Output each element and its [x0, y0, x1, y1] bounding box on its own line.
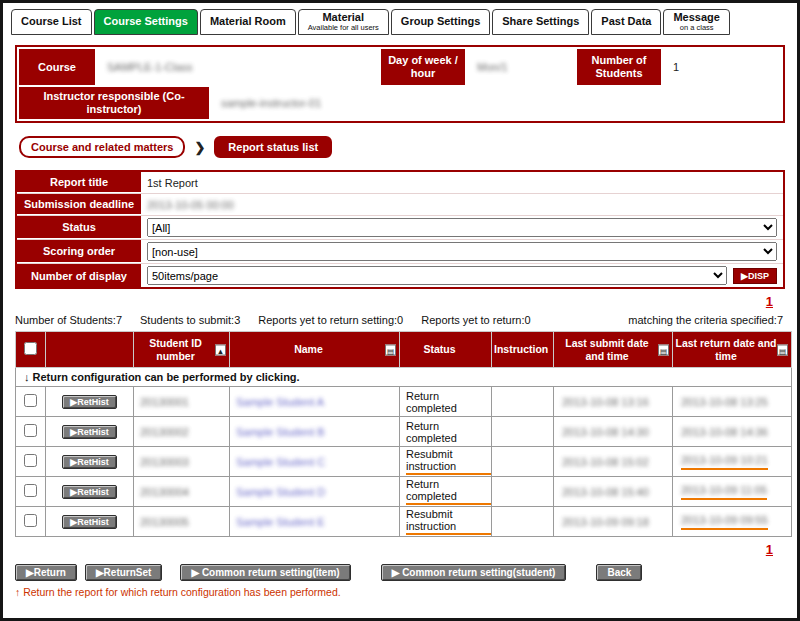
status-select[interactable]: [All]: [147, 218, 777, 237]
number-of-display-select[interactable]: 50items/page: [147, 266, 727, 285]
course-label: Course: [19, 49, 95, 85]
tab-course-list[interactable]: Course List: [11, 9, 92, 35]
last-submit-text: 2013-10-08 15:40: [562, 486, 649, 498]
deadline-text: 2013-10-05 00:00: [147, 199, 234, 211]
instruction-cell: [492, 477, 554, 507]
name-cell: Sample Student E: [230, 507, 400, 537]
report-status-list-button[interactable]: Report status list: [214, 136, 332, 158]
student-id: 20130005: [140, 516, 189, 528]
header-instruction-label: Instruction: [494, 343, 548, 355]
instructor-value: sample-instructor-01: [221, 97, 321, 109]
pagination-top: 1: [3, 292, 773, 308]
row-checkbox-cell: [16, 477, 46, 507]
row-checkbox[interactable]: [24, 394, 37, 407]
summary-yet-return: Reports yet to return:0: [421, 314, 530, 326]
report-filter-table: Report title 1st Report Submission deadl…: [15, 170, 785, 289]
student-id-cell: 20130005: [134, 507, 230, 537]
last-return-text: 2013-10-09 09:55: [681, 514, 768, 526]
tab-sublabel: Available for all users: [308, 24, 379, 32]
student-name-link[interactable]: Sample Student E: [236, 516, 325, 528]
status-filter-row: Status [All]: [17, 216, 783, 240]
status-cell[interactable]: Return completed: [400, 477, 492, 507]
sort-icon[interactable]: ▤: [658, 344, 669, 355]
status-cell[interactable]: Resubmit instruction: [400, 507, 492, 537]
header-status: Status: [400, 332, 492, 368]
rethist-button[interactable]: ▶RetHist: [62, 455, 116, 469]
day-of-week-value-cell: Mon/1: [467, 49, 575, 85]
rethist-button[interactable]: ▶RetHist: [62, 395, 116, 409]
instruction-cell: [492, 387, 554, 417]
report-status-table: Student ID number▲ Name▤ Status Instruct…: [15, 331, 792, 537]
tab-message[interactable]: Message on a class: [663, 9, 729, 35]
sort-icon[interactable]: ▤: [385, 344, 396, 355]
rethist-cell: ▶RetHist: [46, 507, 134, 537]
summary-matching-criteria: matching the criteria specified:7: [628, 314, 783, 326]
rethist-cell: ▶RetHist: [46, 417, 134, 447]
tab-course-settings[interactable]: Course Settings: [94, 9, 198, 35]
rethist-cell: ▶RetHist: [46, 477, 134, 507]
row-checkbox[interactable]: [24, 424, 37, 437]
course-related-matters-button[interactable]: Course and related matters: [19, 136, 185, 158]
tab-material-room[interactable]: Material Room: [200, 9, 296, 35]
scoring-order-cell: [non-use]: [141, 240, 783, 263]
sort-asc-icon[interactable]: ▲: [215, 344, 226, 355]
tab-label: Course Settings: [104, 16, 188, 28]
status-text: Return completed: [406, 420, 457, 444]
row-checkbox[interactable]: [24, 484, 37, 497]
pagination-bottom: 1: [3, 540, 773, 556]
name-cell: Sample Student A: [230, 387, 400, 417]
course-info-row-1: Course SAMPLE-1-Class Day of week / hour…: [19, 49, 781, 85]
disp-button[interactable]: ▶DISP: [733, 268, 777, 284]
course-info-row-2: Instructor responsible (Co-instructor) s…: [19, 87, 781, 119]
last-return-wrap: 2013-10-09 11:05: [681, 484, 767, 500]
student-name-link[interactable]: Sample Student A: [236, 396, 324, 408]
name-cell: Sample Student D: [230, 477, 400, 507]
rethist-button[interactable]: ▶RetHist: [62, 425, 116, 439]
header-checkbox-cell: [16, 332, 46, 368]
tab-label: Course List: [21, 16, 82, 28]
student-id: 20130003: [140, 456, 189, 468]
back-button[interactable]: Back: [596, 564, 642, 581]
table-row: ▶RetHist 20130002 Sample Student B Retur…: [16, 417, 792, 447]
returnset-button[interactable]: ▶ReturnSet: [85, 564, 162, 581]
header-status-label: Status: [423, 343, 455, 355]
sort-icon[interactable]: ▤: [777, 344, 788, 355]
header-last-return-label: Last return date and time: [676, 337, 777, 362]
report-title-value: 1st Report: [141, 172, 783, 193]
status-cell[interactable]: Return completed: [400, 417, 492, 447]
page-link[interactable]: 1: [766, 294, 773, 309]
last-return-wrap: 2013-10-08 14:36: [681, 426, 768, 438]
header-student-id[interactable]: Student ID number▲: [134, 332, 230, 368]
last-return-text: 2013-10-09 11:05: [681, 484, 767, 496]
select-all-checkbox[interactable]: [24, 342, 37, 355]
page-link[interactable]: 1: [766, 542, 773, 557]
tab-group-settings[interactable]: Group Settings: [391, 9, 490, 35]
status-cell[interactable]: Return completed: [400, 387, 492, 417]
student-name-link[interactable]: Sample Student B: [236, 426, 325, 438]
student-name-link[interactable]: Sample Student C: [236, 456, 325, 468]
submission-deadline-label: Submission deadline: [17, 194, 141, 215]
header-last-submit[interactable]: Last submit date and time▤: [554, 332, 673, 368]
rethist-button[interactable]: ▶RetHist: [62, 515, 116, 529]
return-button[interactable]: ▶Return: [15, 564, 77, 581]
number-of-students-value: 1: [663, 49, 781, 85]
header-name[interactable]: Name▤: [230, 332, 400, 368]
header-name-label: Name: [294, 343, 323, 355]
row-checkbox[interactable]: [24, 454, 37, 467]
common-return-setting-item-button[interactable]: ▶ Common return setting(item): [180, 564, 350, 581]
tab-label: Material Room: [210, 16, 286, 28]
common-return-setting-student-button[interactable]: ▶ Common return setting(student): [381, 564, 567, 581]
tab-past-data[interactable]: Past Data: [591, 9, 661, 35]
number-of-students-label: Number of Students: [577, 49, 661, 85]
rethist-button[interactable]: ▶RetHist: [62, 485, 116, 499]
header-last-return[interactable]: Last return date and time▤: [673, 332, 792, 368]
row-checkbox[interactable]: [24, 514, 37, 527]
tab-label: Past Data: [601, 16, 651, 28]
tab-material[interactable]: Material Available for all users: [298, 9, 389, 35]
submission-deadline-row: Submission deadline 2013-10-05 00:00: [17, 194, 783, 216]
tab-share-settings[interactable]: Share Settings: [492, 9, 589, 35]
scoring-order-select[interactable]: [non-use]: [147, 242, 777, 261]
student-name-link[interactable]: Sample Student D: [236, 486, 325, 498]
status-cell[interactable]: Resubmit instruction: [400, 447, 492, 477]
row-checkbox-cell: [16, 387, 46, 417]
